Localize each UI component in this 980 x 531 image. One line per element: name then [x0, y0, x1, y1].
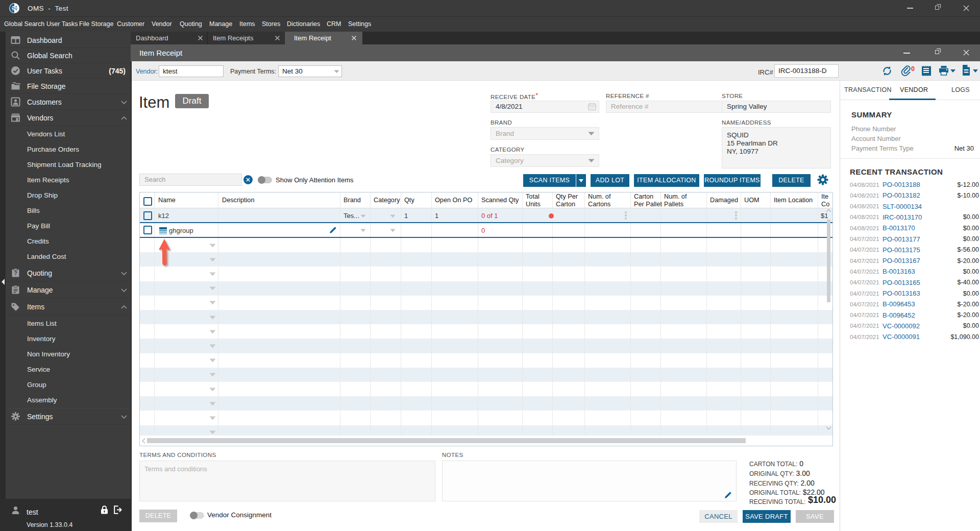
svg-text:?: ? [14, 271, 17, 276]
